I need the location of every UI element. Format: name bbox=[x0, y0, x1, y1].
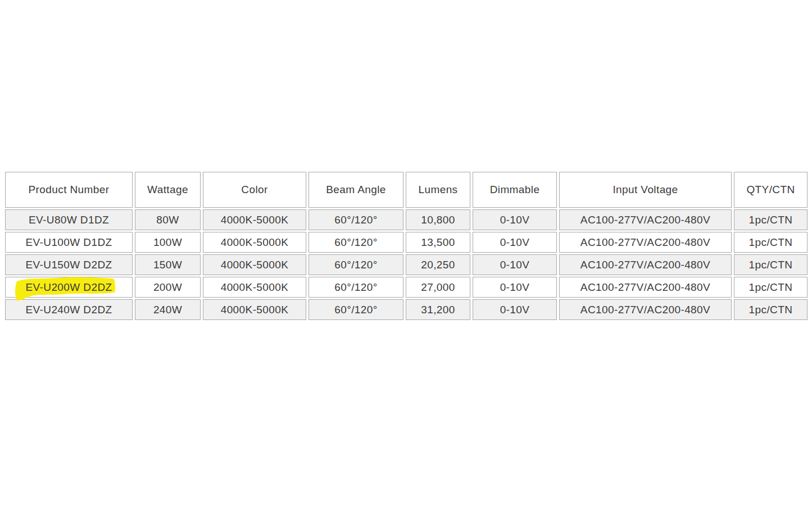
input-voltage-cell: AC100-277V/AC200-480V bbox=[559, 232, 732, 253]
color-cell: 4000K-5000K bbox=[203, 299, 306, 320]
beam-angle-cell: 60°/120° bbox=[309, 232, 403, 253]
column-header-qty-ctn: QTY/CTN bbox=[734, 172, 808, 208]
qty-ctn-cell: 1pc/CTN bbox=[734, 277, 808, 298]
color-cell: 4000K-5000K bbox=[203, 277, 306, 298]
product-number-cell: EV-U150W D2DZ bbox=[5, 254, 133, 275]
column-header-wattage: Wattage bbox=[135, 172, 201, 208]
color-cell: 4000K-5000K bbox=[203, 254, 306, 275]
column-header-input-voltage: Input Voltage bbox=[559, 172, 732, 208]
input-voltage-cell: AC100-277V/AC200-480V bbox=[559, 209, 732, 230]
dimmable-cell: 0-10V bbox=[473, 254, 557, 275]
qty-ctn-cell: 1pc/CTN bbox=[734, 299, 808, 320]
table-row: EV-U80W D1DZ 80W 4000K-5000K 60°/120° 10… bbox=[5, 209, 808, 230]
spec-table-container: Product Number Wattage Color Beam Angle … bbox=[3, 170, 810, 322]
beam-angle-cell: 60°/120° bbox=[309, 299, 403, 320]
dimmable-cell: 0-10V bbox=[473, 232, 557, 253]
dimmable-cell: 0-10V bbox=[473, 299, 557, 320]
dimmable-cell: 0-10V bbox=[473, 209, 557, 230]
product-number-cell: EV-U80W D1DZ bbox=[5, 209, 133, 230]
wattage-cell: 80W bbox=[135, 209, 201, 230]
page: Product Number Wattage Color Beam Angle … bbox=[0, 0, 812, 507]
color-cell: 4000K-5000K bbox=[203, 232, 306, 253]
product-number-cell-highlighted: EV-U200W D2DZ bbox=[5, 277, 133, 298]
qty-ctn-cell: 1pc/CTN bbox=[734, 254, 808, 275]
lumens-cell: 27,000 bbox=[406, 277, 470, 298]
product-number-cell: EV-U100W D1DZ bbox=[5, 232, 133, 253]
lumens-cell: 20,250 bbox=[406, 254, 470, 275]
qty-ctn-cell: 1pc/CTN bbox=[734, 232, 808, 253]
qty-ctn-cell: 1pc/CTN bbox=[734, 209, 808, 230]
column-header-lumens: Lumens bbox=[406, 172, 470, 208]
wattage-cell: 100W bbox=[135, 232, 201, 253]
column-header-dimmable: Dimmable bbox=[473, 172, 557, 208]
table-row: EV-U100W D1DZ 100W 4000K-5000K 60°/120° … bbox=[5, 232, 808, 253]
table-row: EV-U150W D2DZ 150W 4000K-5000K 60°/120° … bbox=[5, 254, 808, 275]
beam-angle-cell: 60°/120° bbox=[309, 254, 403, 275]
color-cell: 4000K-5000K bbox=[203, 209, 306, 230]
lumens-cell: 13,500 bbox=[406, 232, 470, 253]
dimmable-cell: 0-10V bbox=[473, 277, 557, 298]
table-row-highlighted: EV-U200W D2DZ 200W 4000K-5000K 60°/120° … bbox=[5, 277, 808, 298]
product-spec-table: Product Number Wattage Color Beam Angle … bbox=[3, 170, 810, 322]
input-voltage-cell: AC100-277V/AC200-480V bbox=[559, 254, 732, 275]
column-header-product-number: Product Number bbox=[5, 172, 133, 208]
lumens-cell: 10,800 bbox=[406, 209, 470, 230]
input-voltage-cell: AC100-277V/AC200-480V bbox=[559, 277, 732, 298]
lumens-cell: 31,200 bbox=[406, 299, 470, 320]
product-number-cell: EV-U240W D2DZ bbox=[5, 299, 133, 320]
table-row: EV-U240W D2DZ 240W 4000K-5000K 60°/120° … bbox=[5, 299, 808, 320]
highlighted-product-number: EV-U200W D2DZ bbox=[25, 281, 112, 293]
beam-angle-cell: 60°/120° bbox=[309, 277, 403, 298]
header-row: Product Number Wattage Color Beam Angle … bbox=[5, 172, 808, 208]
column-header-beam-angle: Beam Angle bbox=[309, 172, 403, 208]
wattage-cell: 240W bbox=[135, 299, 201, 320]
beam-angle-cell: 60°/120° bbox=[309, 209, 403, 230]
wattage-cell: 150W bbox=[135, 254, 201, 275]
column-header-color: Color bbox=[203, 172, 306, 208]
wattage-cell: 200W bbox=[135, 277, 201, 298]
input-voltage-cell: AC100-277V/AC200-480V bbox=[559, 299, 732, 320]
